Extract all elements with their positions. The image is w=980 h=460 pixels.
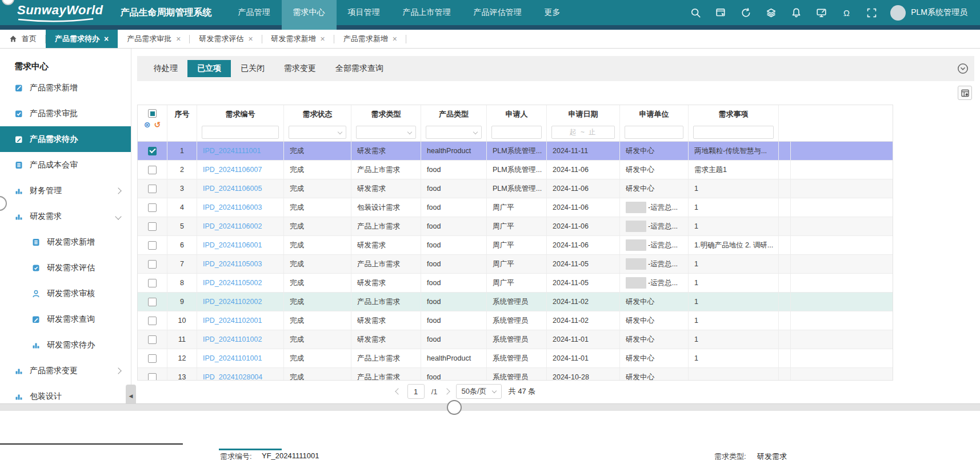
nav-item-product-launch-mgmt[interactable]: 产品上市管理 <box>391 0 462 30</box>
req-id-link[interactable]: IPD_20241105003 <box>203 260 262 268</box>
current-page[interactable]: 1 <box>407 384 425 399</box>
subtab-all-query[interactable]: 全部需求查询 <box>326 60 393 77</box>
row-checkbox[interactable] <box>148 185 157 193</box>
req-id-link[interactable]: IPD_20241106005 <box>203 185 262 193</box>
row-checkbox[interactable] <box>148 260 157 269</box>
req-id-link[interactable]: IPD_20241106002 <box>203 222 262 230</box>
sidebar-item-rd-req-audit[interactable]: 研发需求审核 <box>0 281 131 306</box>
req-id-link[interactable]: IPD_20241106003 <box>203 203 262 211</box>
bell-icon[interactable] <box>787 4 805 21</box>
window-tab-product-req-add[interactable]: 产品需求新增× <box>334 30 406 48</box>
column-header-6[interactable]: 申请人 <box>487 105 547 123</box>
splitter-drag-handle[interactable] <box>447 400 462 415</box>
sidebar-item-rd-req-evaluate[interactable]: 研发需求评估 <box>0 255 131 281</box>
req-id-link[interactable]: IPD_20241101002 <box>203 335 262 343</box>
row-checkbox[interactable] <box>148 147 157 155</box>
req-id-link[interactable]: IPD_20241105002 <box>203 279 262 287</box>
column-header-7[interactable]: 申请日期 <box>547 105 620 123</box>
table-row[interactable]: 13IPD_20241028004完成产品上市需求food系统管理员2024-1… <box>138 368 893 380</box>
table-row[interactable]: 2IPD_20241106007完成产品上市需求foodPLM系统管理...20… <box>138 161 893 179</box>
column-header-9[interactable]: 需求事项 <box>689 105 779 123</box>
row-checkbox[interactable] <box>148 298 157 306</box>
chevron-down-circle-icon[interactable] <box>957 63 969 74</box>
user-box[interactable]: PLM系统管理员 <box>886 0 980 30</box>
brand-logo[interactable]: SunwayWorld <box>0 0 118 30</box>
table-row[interactable]: 5IPD_20241106002完成产品上市需求food周广平2024-11-0… <box>138 217 893 236</box>
row-checkbox[interactable] <box>148 241 157 250</box>
req-id-link[interactable]: IPD_20241102002 <box>203 298 262 306</box>
row-checkbox[interactable] <box>148 166 157 174</box>
filter-select[interactable] <box>356 126 416 139</box>
row-checkbox[interactable] <box>148 373 157 381</box>
req-id-link[interactable]: IPD_20241102001 <box>203 317 262 325</box>
row-checkbox[interactable] <box>148 354 157 363</box>
table-settings-icon[interactable] <box>958 86 972 100</box>
filter-select[interactable] <box>426 126 482 139</box>
sidebar-item-product-req-add[interactable]: 产品需求新增 <box>0 75 131 101</box>
subtab-req-change[interactable]: 需求变更 <box>274 60 326 77</box>
table-row[interactable]: 10IPD_20241102001完成研发需求food系统管理员2024-11-… <box>138 311 893 330</box>
close-icon[interactable]: × <box>248 35 253 43</box>
subtab-pending[interactable]: 待处理 <box>144 60 187 77</box>
nav-item-project-mgmt[interactable]: 项目管理 <box>337 0 391 30</box>
column-header-3[interactable]: 需求状态 <box>284 105 351 123</box>
row-checkbox[interactable] <box>148 222 157 231</box>
filter-select[interactable] <box>289 126 346 139</box>
column-header-1[interactable]: 序号 <box>167 105 197 123</box>
filter-input[interactable] <box>202 126 279 139</box>
subtab-approved[interactable]: 已立项 <box>187 60 231 77</box>
table-row[interactable]: 11IPD_20241101002完成研发需求food系统管理员2024-11-… <box>138 330 893 349</box>
nav-item-product-mgmt[interactable]: 产品管理 <box>227 0 282 30</box>
tab-home[interactable]: 首页 <box>0 30 46 48</box>
omega-icon[interactable]: Ω <box>838 4 855 21</box>
req-id-link[interactable]: IPD_20241111001 <box>203 147 261 155</box>
prev-page-icon[interactable] <box>395 388 401 394</box>
close-icon[interactable]: × <box>176 35 181 43</box>
sidebar-item-product-cost-review[interactable]: 产品成本会审 <box>0 152 131 178</box>
window-tab-rd-req-evaluate[interactable]: 研发需求评估× <box>190 30 262 48</box>
row-checkbox[interactable] <box>148 279 157 287</box>
sidebar-item-rd-req-todo[interactable]: 研发需求待办 <box>0 332 131 358</box>
refresh-icon[interactable] <box>737 4 754 21</box>
table-row[interactable]: 1IPD_20241111001完成研发需求healthProductPLM系统… <box>138 142 893 161</box>
next-page-icon[interactable] <box>443 388 450 394</box>
filter-input[interactable] <box>625 126 683 139</box>
req-id-link[interactable]: IPD_20241106001 <box>203 241 262 249</box>
table-row[interactable]: 6IPD_20241106001完成研发需求food周广平2024-11-06-… <box>138 236 893 255</box>
window-tab-product-req-approval[interactable]: 产品需求审批× <box>118 30 190 48</box>
nav-item-product-eval-mgmt[interactable]: 产品评估管理 <box>462 0 533 30</box>
sidebar-item-rd-requirement[interactable]: 研发需求 <box>0 203 131 229</box>
table-row[interactable]: 3IPD_20241106005完成研发需求foodPLM系统管理...2024… <box>138 179 893 198</box>
sidebar-item-product-req-approval[interactable]: 产品需求审批 <box>0 101 131 126</box>
select-all-checkbox[interactable] <box>148 109 157 118</box>
row-checkbox[interactable] <box>148 335 157 344</box>
close-icon[interactable]: × <box>104 35 109 43</box>
row-checkbox[interactable] <box>148 203 157 212</box>
table-row[interactable]: 7IPD_20241105003完成产品上市需求food周广平2024-11-0… <box>138 255 893 274</box>
filter-input[interactable] <box>693 126 774 139</box>
sidebar-item-product-req-change[interactable]: 产品需求变更 <box>0 358 131 383</box>
sidebar-item-product-req-todo[interactable]: 产品需求待办 <box>0 126 131 152</box>
req-id-link[interactable]: IPD_20241106007 <box>203 166 262 174</box>
table-row[interactable]: 4IPD_20241106003完成包装设计需求food周广平2024-11-0… <box>138 198 893 217</box>
row-checkbox[interactable] <box>148 317 157 325</box>
table-row[interactable]: 8IPD_20241105002完成研发需求food周广平2024-11-05-… <box>138 274 893 293</box>
sidebar-item-finance-mgmt[interactable]: 财务管理 <box>0 178 131 203</box>
monitor-edit-icon[interactable] <box>813 4 830 21</box>
search-icon[interactable] <box>687 4 704 21</box>
fullscreen-icon[interactable] <box>863 4 880 21</box>
sidebar-item-rd-req-query[interactable]: 研发需求查询 <box>0 306 131 332</box>
sidebar-item-rd-req-add[interactable]: 研发需求新增 <box>0 229 131 255</box>
form-cursor-icon[interactable] <box>712 4 729 21</box>
column-header-5[interactable]: 产品类型 <box>421 105 487 123</box>
window-tab-rd-req-add[interactable]: 研发需求新增× <box>262 30 334 48</box>
filter-date-range[interactable]: 起 ~ 止 <box>551 126 615 139</box>
req-id-link[interactable]: IPD_20241101001 <box>203 354 262 362</box>
req-id-link[interactable]: IPD_20241028004 <box>203 373 262 380</box>
close-icon[interactable]: × <box>321 35 325 43</box>
filter-input[interactable] <box>491 126 542 139</box>
layers-icon[interactable] <box>762 4 779 21</box>
horizontal-splitter[interactable] <box>0 403 980 411</box>
subtab-closed[interactable]: 已关闭 <box>231 60 274 77</box>
page-size-select[interactable]: 50条/页 <box>456 384 502 399</box>
